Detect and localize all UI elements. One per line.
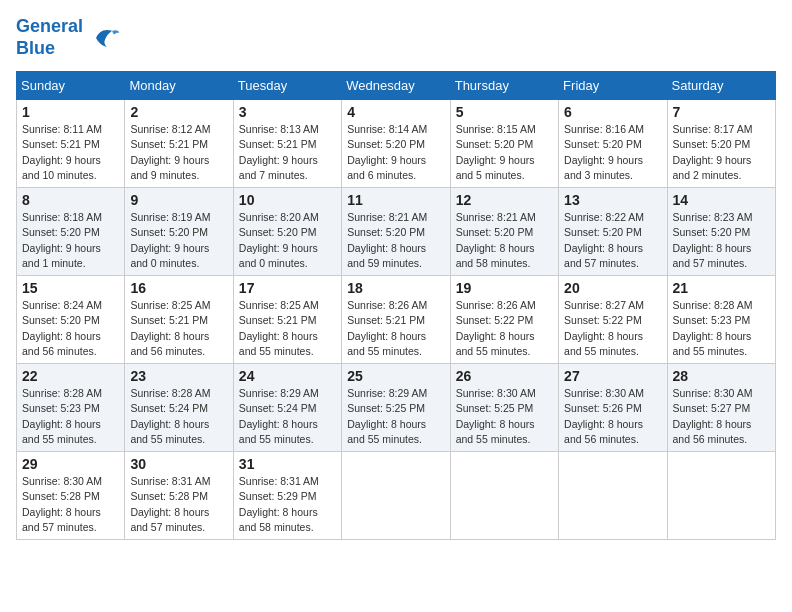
calendar-cell: 14Sunrise: 8:23 AMSunset: 5:20 PMDayligh…	[667, 188, 775, 276]
day-number: 19	[456, 280, 553, 296]
day-number: 28	[673, 368, 770, 384]
calendar-cell: 4Sunrise: 8:14 AMSunset: 5:20 PMDaylight…	[342, 100, 450, 188]
day-info: Sunrise: 8:28 AMSunset: 5:24 PMDaylight:…	[130, 386, 227, 447]
day-info: Sunrise: 8:25 AMSunset: 5:21 PMDaylight:…	[130, 298, 227, 359]
calendar-day-header: Saturday	[667, 72, 775, 100]
calendar-week-row: 22Sunrise: 8:28 AMSunset: 5:23 PMDayligh…	[17, 364, 776, 452]
calendar-cell: 27Sunrise: 8:30 AMSunset: 5:26 PMDayligh…	[559, 364, 667, 452]
day-info: Sunrise: 8:29 AMSunset: 5:25 PMDaylight:…	[347, 386, 444, 447]
day-number: 11	[347, 192, 444, 208]
calendar-cell: 26Sunrise: 8:30 AMSunset: 5:25 PMDayligh…	[450, 364, 558, 452]
calendar-cell: 13Sunrise: 8:22 AMSunset: 5:20 PMDayligh…	[559, 188, 667, 276]
day-number: 15	[22, 280, 119, 296]
day-number: 30	[130, 456, 227, 472]
calendar-cell: 20Sunrise: 8:27 AMSunset: 5:22 PMDayligh…	[559, 276, 667, 364]
calendar-cell	[667, 452, 775, 540]
logo-bird-icon	[87, 20, 123, 56]
day-info: Sunrise: 8:11 AMSunset: 5:21 PMDaylight:…	[22, 122, 119, 183]
day-number: 12	[456, 192, 553, 208]
day-number: 13	[564, 192, 661, 208]
day-info: Sunrise: 8:31 AMSunset: 5:29 PMDaylight:…	[239, 474, 336, 535]
calendar-cell: 18Sunrise: 8:26 AMSunset: 5:21 PMDayligh…	[342, 276, 450, 364]
day-info: Sunrise: 8:20 AMSunset: 5:20 PMDaylight:…	[239, 210, 336, 271]
calendar-day-header: Thursday	[450, 72, 558, 100]
calendar-cell: 15Sunrise: 8:24 AMSunset: 5:20 PMDayligh…	[17, 276, 125, 364]
calendar-header-row: SundayMondayTuesdayWednesdayThursdayFrid…	[17, 72, 776, 100]
day-info: Sunrise: 8:19 AMSunset: 5:20 PMDaylight:…	[130, 210, 227, 271]
day-info: Sunrise: 8:30 AMSunset: 5:25 PMDaylight:…	[456, 386, 553, 447]
calendar-cell: 2Sunrise: 8:12 AMSunset: 5:21 PMDaylight…	[125, 100, 233, 188]
day-info: Sunrise: 8:21 AMSunset: 5:20 PMDaylight:…	[347, 210, 444, 271]
calendar-cell	[559, 452, 667, 540]
day-number: 10	[239, 192, 336, 208]
calendar-cell: 10Sunrise: 8:20 AMSunset: 5:20 PMDayligh…	[233, 188, 341, 276]
day-number: 18	[347, 280, 444, 296]
calendar-week-row: 29Sunrise: 8:30 AMSunset: 5:28 PMDayligh…	[17, 452, 776, 540]
day-info: Sunrise: 8:14 AMSunset: 5:20 PMDaylight:…	[347, 122, 444, 183]
calendar-cell	[342, 452, 450, 540]
calendar-cell: 17Sunrise: 8:25 AMSunset: 5:21 PMDayligh…	[233, 276, 341, 364]
day-number: 17	[239, 280, 336, 296]
calendar-cell: 31Sunrise: 8:31 AMSunset: 5:29 PMDayligh…	[233, 452, 341, 540]
day-number: 2	[130, 104, 227, 120]
calendar-cell: 25Sunrise: 8:29 AMSunset: 5:25 PMDayligh…	[342, 364, 450, 452]
day-number: 1	[22, 104, 119, 120]
calendar-cell: 7Sunrise: 8:17 AMSunset: 5:20 PMDaylight…	[667, 100, 775, 188]
calendar-cell: 12Sunrise: 8:21 AMSunset: 5:20 PMDayligh…	[450, 188, 558, 276]
day-info: Sunrise: 8:12 AMSunset: 5:21 PMDaylight:…	[130, 122, 227, 183]
calendar-cell: 8Sunrise: 8:18 AMSunset: 5:20 PMDaylight…	[17, 188, 125, 276]
day-number: 7	[673, 104, 770, 120]
day-info: Sunrise: 8:17 AMSunset: 5:20 PMDaylight:…	[673, 122, 770, 183]
calendar-cell: 29Sunrise: 8:30 AMSunset: 5:28 PMDayligh…	[17, 452, 125, 540]
calendar-cell: 1Sunrise: 8:11 AMSunset: 5:21 PMDaylight…	[17, 100, 125, 188]
calendar-body: 1Sunrise: 8:11 AMSunset: 5:21 PMDaylight…	[17, 100, 776, 540]
day-info: Sunrise: 8:13 AMSunset: 5:21 PMDaylight:…	[239, 122, 336, 183]
day-info: Sunrise: 8:16 AMSunset: 5:20 PMDaylight:…	[564, 122, 661, 183]
day-info: Sunrise: 8:30 AMSunset: 5:26 PMDaylight:…	[564, 386, 661, 447]
calendar-cell: 21Sunrise: 8:28 AMSunset: 5:23 PMDayligh…	[667, 276, 775, 364]
calendar-day-header: Monday	[125, 72, 233, 100]
calendar-week-row: 15Sunrise: 8:24 AMSunset: 5:20 PMDayligh…	[17, 276, 776, 364]
logo: GeneralBlue	[16, 16, 123, 59]
day-number: 29	[22, 456, 119, 472]
day-info: Sunrise: 8:21 AMSunset: 5:20 PMDaylight:…	[456, 210, 553, 271]
calendar-day-header: Tuesday	[233, 72, 341, 100]
day-info: Sunrise: 8:23 AMSunset: 5:20 PMDaylight:…	[673, 210, 770, 271]
day-number: 9	[130, 192, 227, 208]
calendar-cell: 11Sunrise: 8:21 AMSunset: 5:20 PMDayligh…	[342, 188, 450, 276]
calendar-cell: 22Sunrise: 8:28 AMSunset: 5:23 PMDayligh…	[17, 364, 125, 452]
calendar-cell: 19Sunrise: 8:26 AMSunset: 5:22 PMDayligh…	[450, 276, 558, 364]
calendar-cell: 9Sunrise: 8:19 AMSunset: 5:20 PMDaylight…	[125, 188, 233, 276]
calendar-cell: 28Sunrise: 8:30 AMSunset: 5:27 PMDayligh…	[667, 364, 775, 452]
day-number: 25	[347, 368, 444, 384]
page-header: GeneralBlue	[16, 16, 776, 59]
day-info: Sunrise: 8:18 AMSunset: 5:20 PMDaylight:…	[22, 210, 119, 271]
day-info: Sunrise: 8:22 AMSunset: 5:20 PMDaylight:…	[564, 210, 661, 271]
day-number: 16	[130, 280, 227, 296]
day-number: 31	[239, 456, 336, 472]
calendar-cell: 24Sunrise: 8:29 AMSunset: 5:24 PMDayligh…	[233, 364, 341, 452]
day-number: 26	[456, 368, 553, 384]
day-number: 5	[456, 104, 553, 120]
day-info: Sunrise: 8:31 AMSunset: 5:28 PMDaylight:…	[130, 474, 227, 535]
day-info: Sunrise: 8:30 AMSunset: 5:28 PMDaylight:…	[22, 474, 119, 535]
day-number: 4	[347, 104, 444, 120]
day-number: 6	[564, 104, 661, 120]
day-number: 21	[673, 280, 770, 296]
calendar-cell: 30Sunrise: 8:31 AMSunset: 5:28 PMDayligh…	[125, 452, 233, 540]
calendar-day-header: Sunday	[17, 72, 125, 100]
calendar-cell	[450, 452, 558, 540]
day-number: 23	[130, 368, 227, 384]
day-info: Sunrise: 8:15 AMSunset: 5:20 PMDaylight:…	[456, 122, 553, 183]
day-info: Sunrise: 8:30 AMSunset: 5:27 PMDaylight:…	[673, 386, 770, 447]
day-number: 14	[673, 192, 770, 208]
day-number: 22	[22, 368, 119, 384]
calendar-table: SundayMondayTuesdayWednesdayThursdayFrid…	[16, 71, 776, 540]
day-number: 20	[564, 280, 661, 296]
calendar-cell: 3Sunrise: 8:13 AMSunset: 5:21 PMDaylight…	[233, 100, 341, 188]
day-info: Sunrise: 8:28 AMSunset: 5:23 PMDaylight:…	[673, 298, 770, 359]
day-info: Sunrise: 8:28 AMSunset: 5:23 PMDaylight:…	[22, 386, 119, 447]
calendar-cell: 6Sunrise: 8:16 AMSunset: 5:20 PMDaylight…	[559, 100, 667, 188]
day-info: Sunrise: 8:26 AMSunset: 5:21 PMDaylight:…	[347, 298, 444, 359]
calendar-cell: 16Sunrise: 8:25 AMSunset: 5:21 PMDayligh…	[125, 276, 233, 364]
